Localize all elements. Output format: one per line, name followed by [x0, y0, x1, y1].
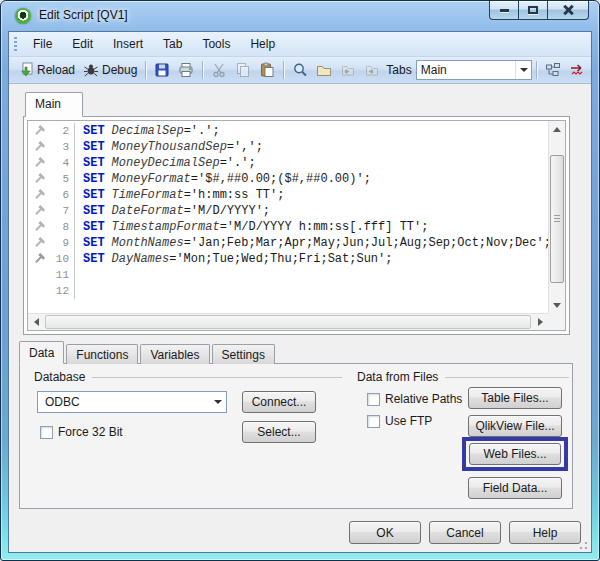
keyword: SET [83, 172, 105, 186]
line-number: 9 [50, 237, 74, 249]
menu-tab[interactable]: Tab [153, 34, 192, 54]
scroll-up-button[interactable] [549, 121, 565, 137]
menu-tools[interactable]: Tools [192, 34, 240, 54]
resize-grip[interactable] [577, 539, 588, 550]
use-ftp-option: Use FTP [367, 414, 432, 428]
variable-name: MonthNames [112, 236, 184, 250]
menu-file[interactable]: File [23, 34, 62, 54]
print-button[interactable] [174, 60, 198, 80]
menu-edit[interactable]: Edit [62, 34, 103, 54]
force-32bit-option: Force 32 Bit [40, 425, 123, 439]
new-tab-icon [316, 62, 332, 78]
hammer-icon [28, 189, 50, 201]
hammer-icon [28, 221, 50, 233]
tab-variables[interactable]: Variables [140, 344, 209, 364]
menu-bar: File Edit Insert Tab Tools Help [9, 32, 591, 57]
demote-tab-button[interactable] [360, 60, 384, 80]
triangle-right-icon [538, 318, 543, 326]
keyword: SET [83, 188, 105, 202]
horizontal-scrollbar[interactable] [28, 313, 548, 330]
promote-tab-icon [340, 62, 356, 78]
script-line: 2 SETDecimalSep='.'; [28, 123, 547, 139]
use-ftp-label: Use FTP [385, 414, 432, 428]
copy-icon [235, 62, 251, 78]
paste-button[interactable] [255, 60, 279, 80]
help-button[interactable]: Help [509, 521, 581, 544]
tab-data[interactable]: Data [19, 341, 64, 364]
data-tab-panel: Database ODBC Connect... Force 32 Bit Se… [19, 363, 573, 509]
script-tab-main[interactable]: Main [25, 92, 83, 117]
scroll-down-button[interactable] [549, 297, 565, 313]
database-driver-dropdown-button[interactable] [209, 392, 226, 412]
tab-functions[interactable]: Functions [66, 344, 138, 364]
use-ftp-checkbox[interactable] [367, 415, 380, 428]
promote-tab-button[interactable] [336, 60, 360, 80]
close-button[interactable] [547, 1, 589, 20]
force-32bit-checkbox[interactable] [40, 426, 53, 439]
script-line: 9 SETMonthNames='Jan;Feb;Mar;Apr;May;Jun… [28, 235, 547, 251]
window-title: Edit Script [QV1] [39, 1, 128, 31]
qlikview-file-button[interactable]: QlikView File... [468, 415, 562, 437]
table-viewer-button[interactable] [541, 60, 565, 80]
select-button[interactable]: Select... [242, 421, 316, 443]
group-divider [445, 377, 569, 378]
menubar-grip[interactable] [14, 37, 17, 52]
cancel-button[interactable]: Cancel [429, 521, 501, 544]
line-number: 8 [50, 221, 74, 233]
find-button[interactable] [288, 60, 312, 80]
script-line: 4 SETMoneyDecimalSep='.'; [28, 155, 547, 171]
database-driver-combobox[interactable]: ODBC [37, 391, 227, 413]
bottom-tabstrip: Data Functions Variables Settings [19, 341, 277, 364]
tab-selector-combobox[interactable]: Main [416, 60, 532, 80]
minimize-button[interactable] [489, 1, 519, 20]
line-number: 10 [50, 253, 74, 265]
debug-button[interactable]: Debug [79, 60, 141, 80]
horizontal-scroll-thumb[interactable] [45, 315, 531, 329]
save-button[interactable] [150, 60, 174, 80]
script-line: 7 SETDateFormat='M/D/YYYY'; [28, 203, 547, 219]
statement-value: =','; [227, 140, 263, 154]
tab-settings[interactable]: Settings [212, 344, 275, 364]
menu-help[interactable]: Help [240, 34, 285, 54]
statement-value: ='M/D/YYYY'; [184, 204, 270, 218]
vertical-scrollbar[interactable] [548, 121, 565, 313]
field-data-button[interactable]: Field Data... [468, 477, 562, 499]
statement-value: ='.'; [184, 124, 220, 138]
statement-value: ='Mon;Tue;Wed;Thu;Fri;Sat;Sun'; [169, 252, 392, 266]
relative-paths-checkbox[interactable] [367, 393, 380, 406]
connect-button[interactable]: Connect... [242, 391, 316, 413]
line-number: 2 [50, 125, 74, 137]
maximize-button[interactable] [518, 1, 548, 20]
new-tab-button[interactable] [312, 60, 336, 80]
hammer-icon [28, 157, 50, 169]
variable-name: TimestampFormat [112, 220, 220, 234]
variable-name: MoneyThousandSep [112, 140, 227, 154]
script-line: 6 SETTimeFormat='h:mm:ss TT'; [28, 187, 547, 203]
hammer-icon [28, 173, 50, 185]
script-lines: 2 SETDecimalSep='.'; 3 SETMoneyThousandS… [28, 123, 547, 312]
menu-insert[interactable]: Insert [103, 34, 153, 54]
reload-button[interactable]: Reload [14, 60, 79, 80]
window-controls [490, 1, 589, 20]
ok-button[interactable]: OK [349, 521, 421, 544]
table-files-button[interactable]: Table Files... [468, 387, 562, 409]
syntax-check-button[interactable] [565, 60, 591, 80]
cut-button[interactable] [207, 60, 231, 80]
paste-icon [259, 62, 275, 78]
keyword: SET [83, 140, 105, 154]
web-files-button[interactable]: Web Files... [469, 443, 561, 465]
keyword: SET [83, 236, 105, 250]
keyword: SET [83, 220, 105, 234]
scroll-right-button[interactable] [532, 314, 548, 330]
copy-button[interactable] [231, 60, 255, 80]
web-files-highlight-box: Web Files... [462, 437, 568, 471]
toolbar-separator [536, 61, 537, 79]
scroll-left-button[interactable] [28, 314, 44, 330]
title-bar[interactable]: Edit Script [QV1] [1, 1, 599, 31]
database-group: Database [34, 370, 342, 384]
vertical-scroll-thumb[interactable] [550, 155, 564, 283]
tab-selector-dropdown-button[interactable] [515, 61, 531, 79]
edit-script-window: Edit Script [QV1] File Edit Insert Tab T… [0, 0, 600, 561]
hammer-icon [28, 141, 50, 153]
script-editor[interactable]: 2 SETDecimalSep='.'; 3 SETMoneyThousandS… [27, 120, 566, 331]
